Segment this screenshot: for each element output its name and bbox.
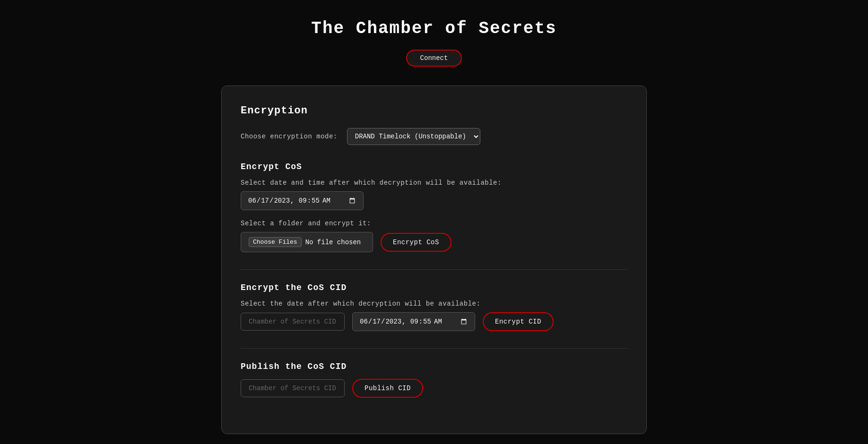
encrypt-cid-row: Encrypt CID: [241, 312, 627, 331]
page-title: The Chamber of Secrets: [311, 19, 556, 38]
encryption-mode-select[interactable]: DRAND Timelock (Unstoppable): [347, 128, 480, 145]
encrypt-cos-button[interactable]: Encrypt CoS: [381, 233, 451, 252]
choose-files-btn: Choose Files: [249, 237, 302, 247]
encrypt-cos-file-row: Choose Files No file chosen Encrypt CoS: [241, 232, 627, 252]
encryption-mode-row: Choose encryption mode: DRAND Timelock (…: [241, 128, 627, 145]
file-choose-label[interactable]: Choose Files No file chosen: [241, 232, 373, 252]
encrypt-cos-cid-title: Encrypt the CoS CID: [241, 283, 627, 292]
encrypt-cos-file-label: Select a folder and encrypt it:: [241, 220, 627, 227]
publish-cos-cid-title: Publish the CoS CID: [241, 362, 627, 371]
encryption-section-title: Encryption: [241, 105, 627, 117]
publish-cid-button[interactable]: Publish CID: [352, 379, 423, 398]
encryption-mode-label: Choose encryption mode:: [241, 133, 338, 140]
connect-button[interactable]: Connect: [406, 50, 462, 67]
encrypt-cos-datetime-input[interactable]: [241, 191, 364, 210]
encrypt-cid-datetime-input[interactable]: [352, 312, 475, 331]
divider-2: [241, 348, 627, 349]
encrypt-cos-title: Encrypt CoS: [241, 162, 627, 171]
encrypt-cos-cid-subsection: Encrypt the CoS CID Select the date afte…: [241, 283, 627, 331]
publish-cid-input[interactable]: [241, 379, 345, 397]
encrypt-cos-subsection: Encrypt CoS Select date and time after w…: [241, 162, 627, 252]
publish-cid-row: Publish CID: [241, 379, 627, 398]
publish-cos-cid-subsection: Publish the CoS CID Publish CID: [241, 362, 627, 398]
encrypt-cid-input[interactable]: [241, 313, 345, 331]
main-panel: Encryption Choose encryption mode: DRAND…: [221, 85, 647, 434]
encrypt-cid-button[interactable]: Encrypt CID: [483, 312, 554, 331]
encrypt-cos-cid-date-label: Select the date after which decryption w…: [241, 300, 627, 307]
encrypt-cos-date-label: Select date and time after which decrypt…: [241, 179, 627, 187]
divider-1: [241, 269, 627, 270]
no-file-text: No file chosen: [305, 239, 361, 246]
